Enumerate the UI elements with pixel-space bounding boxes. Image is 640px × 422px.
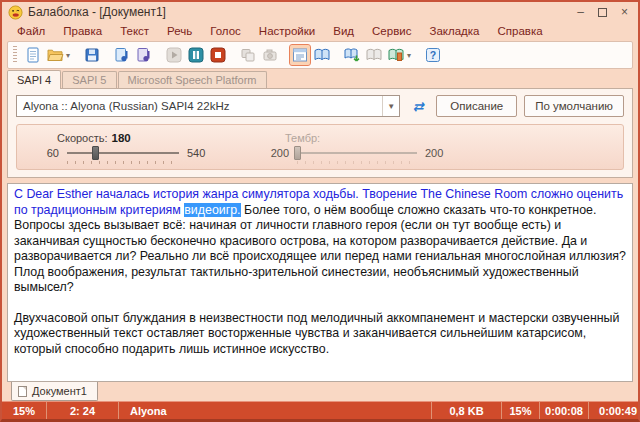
save-icon (83, 46, 101, 64)
rate-slider-ticks (67, 161, 179, 164)
play-icon (165, 46, 183, 64)
tab-sapi-5[interactable]: SAPI 5 (62, 71, 116, 89)
status-progress-percent: 15% (501, 402, 539, 419)
pause-icon (187, 46, 205, 64)
window-title: Балаболка - [Документ1] (28, 5, 577, 19)
status-elapsed-time: 0:00:08 (539, 402, 588, 419)
rate-slider-group: Скорость:180 60 540 (31, 132, 223, 164)
import-text-button[interactable] (342, 45, 362, 65)
menu-текст[interactable]: Текст (111, 24, 158, 38)
voice-default-button[interactable]: По умолчанию (524, 95, 624, 117)
split-audio-file-button[interactable] (134, 45, 154, 65)
export-text-button[interactable] (364, 45, 384, 65)
pages-stack-button[interactable] (238, 45, 258, 65)
new-doc-icon (24, 46, 42, 64)
tab-microsoft-speech-platform[interactable]: Microsoft Speech Platform (118, 71, 267, 89)
menu-настройки[interactable]: Настройки (250, 24, 324, 38)
help-button[interactable]: ? (423, 45, 443, 65)
stop-icon (209, 46, 227, 64)
menu-голос[interactable]: Голос (201, 24, 250, 38)
pitch-slider-ticks (297, 161, 417, 164)
pause-button[interactable] (186, 45, 206, 65)
pitch-slider-group: Тембр: 200 200 (259, 132, 459, 164)
voice-description-button[interactable]: Описание (436, 95, 517, 117)
rate-value: 180 (112, 132, 131, 144)
help-icon: ? (424, 46, 442, 64)
book-mark-icon (387, 46, 405, 64)
pitch-slider-thumb[interactable] (294, 146, 301, 160)
paragraph-1: С Dear Esther началась история жанра сим… (14, 187, 626, 296)
snapshot-button[interactable] (260, 45, 280, 65)
spoken-word-highlight: видеоигр. (184, 203, 240, 217)
menu-файл[interactable]: Файл (8, 24, 54, 38)
text-panel-toggle-button[interactable] (290, 45, 310, 65)
play-button[interactable] (164, 45, 184, 65)
minimize-button[interactable]: – (577, 6, 584, 18)
document-tab[interactable]: Документ1 (11, 382, 98, 401)
menu-сервис[interactable]: Сервис (363, 24, 420, 38)
menu-речь[interactable]: Речь (158, 24, 201, 38)
save-audio-file-button[interactable] (112, 45, 132, 65)
status-remaining-time: 0:00:49 (588, 402, 638, 419)
toolbar: ▾▾? (7, 41, 633, 69)
cards-icon (239, 46, 257, 64)
refresh-voices-button[interactable]: ⇄ (407, 97, 429, 115)
menu-правка[interactable]: Правка (54, 24, 111, 38)
svg-text:?: ? (430, 49, 436, 61)
tab-sapi-4[interactable]: SAPI 4 (7, 70, 61, 89)
new-document-button[interactable] (23, 45, 43, 65)
status-cursor-position: 2: 24 (46, 402, 118, 419)
dropdown-caret-icon[interactable]: ▾ (407, 51, 411, 60)
menu-закладка[interactable]: Закладка (420, 24, 488, 38)
book-green-icon (343, 46, 361, 64)
dictionary-button[interactable] (312, 45, 332, 65)
text-panel-icon (291, 46, 309, 64)
status-text-size: 0,8 KB (431, 402, 501, 419)
rate-max-label: 540 (187, 147, 223, 159)
toolbar-area: ▾▾? (2, 39, 638, 71)
stop-button[interactable] (208, 45, 228, 65)
text-editor[interactable]: С Dear Esther началась история жанра сим… (7, 183, 633, 382)
app-logo-icon (8, 5, 23, 20)
pitch-max-label: 200 (425, 147, 459, 159)
close-button[interactable]: × (621, 6, 628, 18)
open-file-button[interactable] (45, 45, 65, 65)
save-text-button[interactable] (82, 45, 102, 65)
document-page-icon (18, 386, 27, 397)
paragraph-2: Двухчасовой опыт блуждания в неизвестнос… (14, 311, 626, 358)
pitch-slider[interactable] (297, 146, 417, 160)
maximize-button[interactable] (598, 8, 607, 17)
refresh-icon: ⇄ (413, 99, 424, 114)
pitch-label: Тембр: (259, 132, 459, 144)
dropdown-caret-icon[interactable]: ▾ (66, 51, 70, 60)
rate-min-label: 60 (31, 147, 59, 159)
document-tab-label: Документ1 (32, 385, 87, 397)
document-tab-strip: Документ1 (2, 382, 638, 401)
menu-справка[interactable]: Справка (488, 24, 551, 38)
camera-icon (261, 46, 279, 64)
rate-label: Скорость:180 (31, 132, 223, 144)
voice-parameters-box: Скорость:180 60 540 Тембр: 200 200 (16, 124, 624, 170)
app-window: Балаболка - [Документ1] – × ФайлПравкаТе… (0, 0, 640, 422)
menu-вид[interactable]: Вид (324, 24, 363, 38)
menu-bar: ФайлПравкаТекстРечьГолосНастройкиВидСерв… (2, 22, 638, 39)
voice-select-value: Alyona :: Alyona (Russian) SAPI4 22kHz (17, 100, 382, 112)
audio-doc-icon (113, 46, 131, 64)
audio-doc2-icon (135, 46, 153, 64)
voice-select[interactable]: Alyona :: Alyona (Russian) SAPI4 22kHz ▼ (16, 95, 400, 117)
book-gray-icon (365, 46, 383, 64)
book-blue-icon (313, 46, 331, 64)
title-bar: Балаболка - [Документ1] – × (2, 2, 638, 22)
bookmark-button[interactable] (386, 45, 406, 65)
status-bar: 15%2: 24Alyona0,8 KB15%0:00:080:00:49 (2, 401, 638, 419)
status-current-voice: Alyona (118, 402, 431, 419)
voice-panel: Alyona :: Alyona (Russian) SAPI4 22kHz ▼… (7, 88, 633, 178)
pitch-min-label: 200 (259, 147, 289, 159)
rate-slider[interactable] (67, 146, 179, 160)
speech-engine-tabs: SAPI 4SAPI 5Microsoft Speech Platform (2, 71, 638, 89)
rate-slider-thumb[interactable] (92, 146, 99, 160)
chevron-down-icon[interactable]: ▼ (382, 96, 399, 116)
open-folder-icon (46, 46, 64, 64)
status-zoom-level: 15% (2, 402, 46, 419)
toolbar-grip[interactable] (13, 46, 17, 64)
